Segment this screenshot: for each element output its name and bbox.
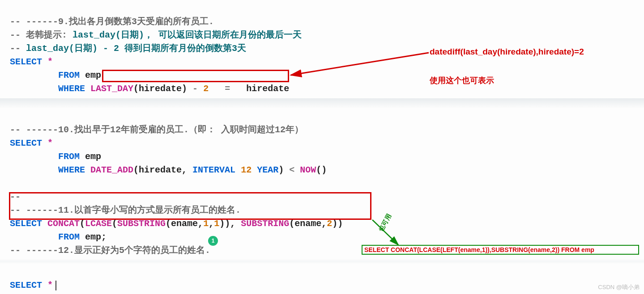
comment-hint-2: last_day(日期) - 2 得到日期所有月份的倒数第3天 (26, 43, 246, 54)
comment-hint-prefix: -- 老韩提示: (10, 30, 73, 40)
watermark: CSDN @嘀小弟 (598, 283, 640, 291)
kw-where-10: WHERE (58, 165, 85, 175)
highlight-box-lastday (102, 70, 289, 82)
fn-now: NOW (300, 165, 316, 175)
kw-where-9: WHERE (58, 84, 85, 94)
code-editor-3: SELECT * FROM emp WHERE LENGTH(ename) = … (0, 264, 644, 294)
text-cursor (55, 281, 56, 290)
fn-substring-1: SUBSTRING (117, 218, 166, 229)
annotation-datediff: datediff(last_day(hiredate),hiredate)=2 (430, 47, 584, 57)
comment-line-12: -- ------12.显示正好为5个字符的员工的姓名. (10, 245, 210, 256)
highlight-box-concat (9, 192, 371, 220)
arrow-green (371, 218, 406, 249)
kw-select-9: SELECT (10, 57, 42, 67)
fn-concat: CONCAT (42, 218, 80, 229)
kw-from-9: FROM (58, 70, 80, 80)
svg-line-1 (372, 220, 398, 245)
comment-hint-1: last_day(日期)， 可以返回该日期所在月份的最后一天 (73, 30, 302, 40)
comment-line-10: -- ------10.找出早于12年前受雇的员工.（即： 入职时间超过12年） (10, 125, 303, 135)
fn-dateadd: DATE_ADD (85, 165, 133, 175)
annotation-usethis: 使用这个也可表示 (430, 75, 494, 86)
kw-from-10: FROM (58, 151, 80, 162)
code-editor-2: -- ------10.找出早于12年前受雇的员工.（即： 入职时间超过12年）… (0, 108, 644, 259)
tbl-emp-9: emp (80, 70, 101, 80)
arrow-red (286, 49, 434, 80)
kw-select-11: SELECT (10, 218, 42, 229)
star: * (42, 57, 53, 67)
marker-dot: 1 (208, 236, 218, 246)
kw-select-12: SELECT (10, 280, 42, 290)
fn-lcase: LCASE (85, 218, 112, 229)
comment-line-9: -- ------9.找出各月倒数第3天受雇的所有员工. (10, 17, 214, 27)
comment-prefix: -- (10, 43, 26, 54)
svg-line-0 (291, 53, 429, 75)
fn-substring-2: SUBSTRING (241, 218, 289, 229)
kw-from-11: FROM (58, 232, 80, 242)
kw-select-10: SELECT (10, 138, 42, 148)
gap (0, 259, 644, 264)
fn-lastday: LAST_DAY (85, 84, 133, 94)
section-divider (0, 98, 644, 108)
